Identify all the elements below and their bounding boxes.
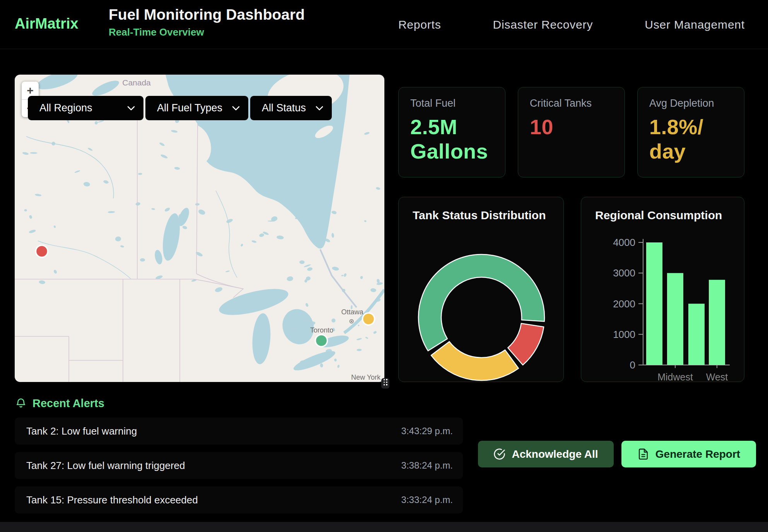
tank-status-donut-chart	[399, 197, 563, 381]
stat-card-critical-tanks: Critical Tanks10	[518, 87, 625, 177]
bar-3	[709, 280, 725, 365]
svg-text:West: West	[706, 372, 728, 381]
alert-text: Tank 27: Low fuel warning triggered	[26, 460, 185, 472]
svg-text:0: 0	[630, 359, 635, 371]
map[interactable]: CanadaOttawaTorontoNew York + − All Regi…	[15, 75, 384, 382]
svg-text:3000: 3000	[613, 267, 635, 279]
alert-row[interactable]: Tank 2: Low fuel warning3:43:29 p.m.	[15, 418, 463, 445]
footer-bar	[0, 522, 768, 532]
filter-all-status-value: All Status	[262, 102, 306, 114]
stat-label: Critical Tanks	[530, 97, 613, 109]
map-label-new-york: New York	[351, 373, 381, 381]
regional-consumption-title: Regional Consumption	[595, 209, 722, 222]
document-icon	[637, 448, 649, 460]
tank-status-title: Tank Status Distribution	[413, 209, 546, 222]
bar-2	[688, 304, 705, 365]
header: AirMatrix Fuel Monitoring Dashboard Real…	[0, 0, 768, 49]
generate-report-label: Generate Report	[655, 448, 740, 460]
filter-all-regions[interactable]: All Regions	[28, 96, 143, 120]
alert-time: 3:33:24 p.m.	[401, 494, 453, 505]
generate-report-button[interactable]: Generate Report	[621, 441, 756, 467]
bar-0	[646, 242, 662, 365]
map-label-toronto: Toronto	[310, 326, 333, 334]
alert-row[interactable]: Tank 27: Low fuel warning triggered3:38:…	[15, 452, 463, 479]
nav-item-reports[interactable]: Reports	[398, 18, 441, 31]
filter-all-fuel-types[interactable]: All Fuel Types	[145, 96, 248, 120]
recent-alerts-header: Recent Alerts	[15, 397, 104, 410]
tank-status-card: Tank Status Distribution	[398, 197, 564, 382]
nav-item-user-management[interactable]: User Management	[645, 18, 745, 31]
app-logo: AirMatrix	[15, 15, 79, 32]
recent-alerts-title: Recent Alerts	[32, 397, 104, 410]
map-resize-handle[interactable]	[381, 378, 389, 389]
acknowledge-all-button[interactable]: Acknowledge All	[478, 441, 614, 467]
map-marker-normal[interactable]	[316, 335, 328, 347]
stat-card-avg-depletion: Avg Depletion1.8%/day	[637, 87, 744, 177]
stat-label: Avg Depletion	[649, 97, 732, 109]
filter-all-status[interactable]: All Status	[250, 96, 332, 120]
filter-all-fuel-types-value: All Fuel Types	[157, 102, 222, 114]
alert-time: 3:38:24 p.m.	[401, 460, 453, 471]
map-label-canada: Canada	[122, 78, 151, 87]
map-canvas: CanadaOttawaTorontoNew York	[15, 75, 384, 382]
regional-consumption-bar-chart: 01000200030004000MidwestWest	[581, 197, 744, 381]
map-marker-critical[interactable]	[36, 246, 48, 257]
alert-text: Tank 15: Pressure threshold exceeded	[26, 494, 198, 506]
nav-item-disaster-recovery[interactable]: Disaster Recovery	[493, 18, 593, 31]
main-nav: ReportsDisaster RecoveryUser Management	[398, 0, 745, 49]
page-subtitle: Real-Time Overview	[109, 26, 305, 38]
stat-card-total-fuel: Total Fuel2.5M Gallons	[398, 87, 505, 177]
svg-text:1000: 1000	[613, 329, 635, 340]
svg-text:Midwest: Midwest	[657, 372, 693, 381]
stat-value: 2.5M Gallons	[410, 115, 493, 163]
filter-all-regions-value: All Regions	[39, 102, 92, 114]
chevron-down-icon	[316, 106, 323, 111]
bell-icon	[15, 397, 27, 410]
stat-value: 1.8%/day	[649, 115, 707, 163]
check-circle-icon	[493, 448, 505, 460]
chevron-down-icon	[232, 106, 240, 111]
donut-segment-critical	[508, 324, 544, 365]
regional-consumption-card: Regional Consumption 01000200030004000Mi…	[581, 197, 744, 382]
svg-text:2000: 2000	[613, 298, 635, 310]
svg-text:4000: 4000	[613, 237, 635, 248]
map-label-ottawa: Ottawa	[341, 308, 364, 316]
stat-cards: Total Fuel2.5M GallonsCritical Tanks10Av…	[398, 87, 744, 177]
alert-text: Tank 2: Low fuel warning	[26, 425, 137, 437]
acknowledge-all-label: Acknowledge All	[512, 448, 598, 460]
chevron-down-icon	[127, 106, 135, 111]
stat-label: Total Fuel	[410, 97, 493, 109]
bar-1	[667, 273, 683, 365]
alert-row[interactable]: Tank 15: Pressure threshold exceeded3:33…	[15, 486, 463, 513]
stat-value: 10	[530, 115, 613, 139]
page-title: Fuel Monitoring Dashboard	[109, 6, 305, 23]
donut-segment-warning	[431, 342, 519, 380]
map-marker-warning[interactable]	[363, 313, 375, 325]
alert-time: 3:43:29 p.m.	[401, 426, 453, 437]
